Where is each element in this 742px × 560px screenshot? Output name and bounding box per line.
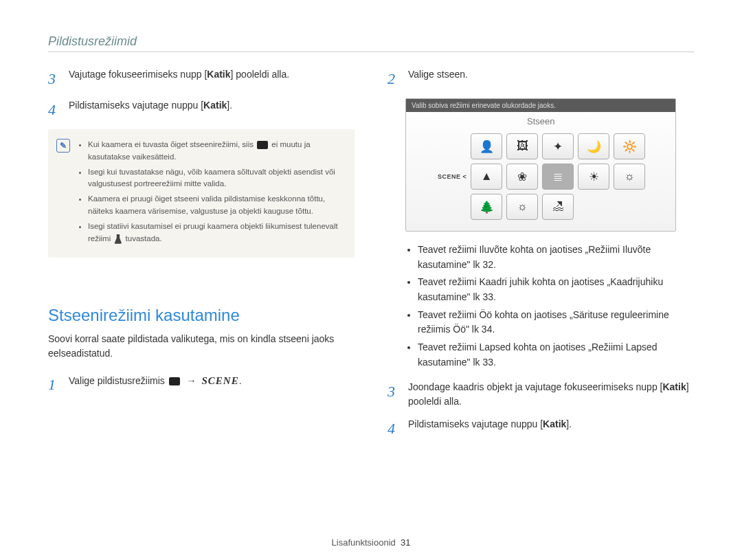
text: Vajutage fokuseerimiseks nupp [	[69, 69, 207, 80]
note-box: ✎ Kui kaamera ei tuvasta õiget stseenire…	[48, 129, 355, 258]
left-column: 3 Vajutage fokuseerimiseks nupp [Katik] …	[48, 67, 355, 448]
text: ] pooleldi alla.	[231, 69, 290, 80]
scene-side-label: SCENE <	[436, 173, 466, 180]
scene-star-icon[interactable]: ✦	[542, 133, 574, 159]
camera-screenshot: Valib sobiva režiimi erinevate olukordad…	[405, 98, 676, 232]
right-column: 2 Valige stseen. Valib sobiva režiimi er…	[387, 67, 694, 448]
katik-bold: Katik	[662, 381, 686, 392]
text: Pildistamiseks vajutage nuppu [	[69, 100, 203, 111]
step-number: 3	[48, 67, 60, 90]
step-number: 1	[48, 373, 60, 396]
step-text: Valige pildistusrežiimis → SCENE.	[69, 373, 242, 396]
step-text: Joondage kaadris objekt ja vajutage foku…	[408, 380, 694, 409]
note-icon: ✎	[56, 139, 70, 153]
scene-text-icon[interactable]: ≣	[542, 164, 574, 190]
step-text: Pildistamiseks vajutage nuppu [Katik].	[69, 98, 232, 121]
scene-portrait-icon[interactable]: 👤	[471, 133, 502, 159]
footer-label: Lisafunktsioonid	[332, 537, 396, 548]
note-item: Kui kaamera ei tuvasta õiget stseenireži…	[88, 139, 344, 164]
list-item: Teavet režiimi Lapsed kohta on jaotises …	[418, 340, 694, 370]
step-number: 4	[387, 417, 400, 440]
katik-bold: Katik	[207, 69, 230, 80]
katik-bold: Katik	[203, 100, 227, 111]
step-text: Pildistamiseks vajutage nuppu [Katik].	[408, 417, 572, 440]
step-number: 4	[48, 98, 60, 121]
list-item: Teavet režiimi Öö kohta on jaotises „Sär…	[418, 308, 694, 337]
step-4: 4 Pildistamiseks vajutage nuppu [Katik].	[48, 98, 355, 121]
step-4: 4 Pildistamiseks vajutage nuppu [Katik].	[387, 417, 694, 440]
info-bullet-list: Teavet režiimi Iluvõte kohta on jaotises…	[387, 243, 694, 370]
arrow-icon: →	[187, 375, 196, 386]
step-number: 2	[387, 67, 400, 90]
scene-firework-icon[interactable]: ☼	[506, 194, 538, 220]
scene-foliage-icon[interactable]: 🌲	[471, 194, 502, 220]
tripod-person-icon	[114, 234, 122, 244]
camera-icon	[169, 377, 180, 385]
note-list: Kui kaamera ei tuvasta õiget stseenireži…	[77, 139, 344, 248]
text: .	[239, 375, 242, 386]
step-3: 3 Joondage kaadris objekt ja vajutage fo…	[387, 380, 694, 409]
scene-icon-grid: 👤 🖼 ✦ 🌙 🔆 SCENE < ▲ ❀ ≣ ☀ ☼ 🌲 ☼ 🏖	[406, 129, 675, 231]
header-rule	[48, 52, 694, 52]
text: Pildistamiseks vajutage nuppu [	[408, 418, 543, 429]
scene-macro-icon[interactable]: ❀	[506, 164, 538, 190]
text: ].	[566, 418, 572, 429]
step-text: Valige stseen.	[408, 67, 468, 90]
scene-mode-label: SCENE	[201, 375, 238, 386]
screenshot-title: Stseen	[406, 112, 675, 129]
text: ].	[227, 100, 232, 111]
scene-beach-icon[interactable]: 🏖	[542, 194, 574, 220]
page-number: 31	[401, 537, 410, 548]
text: Valige pildistusrežiimis	[69, 375, 168, 386]
step-2: 2 Valige stseen.	[387, 67, 694, 90]
step-1: 1 Valige pildistusrežiimis → SCENE.	[48, 373, 355, 396]
note-item: Kaamera ei pruugi õiget stseeni valida p…	[88, 193, 344, 218]
scene-sunset-icon[interactable]: ☀	[578, 164, 609, 190]
scene-night-icon[interactable]: 🌙	[578, 133, 609, 159]
note-item: Isegi statiivi kasutamisel ei pruugi kaa…	[88, 221, 344, 245]
text: Joondage kaadris objekt ja vajutage foku…	[408, 381, 662, 392]
step-text: Vajutage fokuseerimiseks nupp [Katik] po…	[69, 67, 289, 90]
step-3: 3 Vajutage fokuseerimiseks nupp [Katik] …	[48, 67, 355, 90]
katik-bold: Katik	[543, 418, 566, 429]
scene-frame-icon[interactable]: 🖼	[506, 133, 538, 159]
smart-icon	[257, 141, 268, 149]
step-number: 3	[387, 380, 400, 409]
section-intro: Soovi korral saate pildistada valikutega…	[48, 332, 355, 361]
page-header-title: Pildistusrežiimid	[48, 34, 694, 49]
text: Kui kaamera ei tuvasta õiget stseenireži…	[88, 140, 256, 148]
note-item: Isegi kui tuvastatakse nägu, võib kaamer…	[88, 166, 344, 191]
scene-landscape-icon[interactable]: ▲	[471, 164, 502, 190]
screenshot-statusbar: Valib sobiva režiimi erinevate olukordad…	[406, 99, 675, 112]
page-footer: Lisafunktsioonid 31	[48, 537, 694, 548]
scene-dawn-icon[interactable]: ☼	[614, 164, 645, 190]
section-title: Stseenirežiimi kasutamine	[48, 306, 355, 325]
list-item: Teavet režiimi Iluvõte kohta on jaotises…	[418, 243, 694, 272]
scene-bright-icon[interactable]: 🔆	[614, 133, 645, 159]
text: tuvastada.	[123, 234, 161, 243]
list-item: Teavet režiimi Kaadri juhik kohta on jao…	[418, 275, 694, 304]
